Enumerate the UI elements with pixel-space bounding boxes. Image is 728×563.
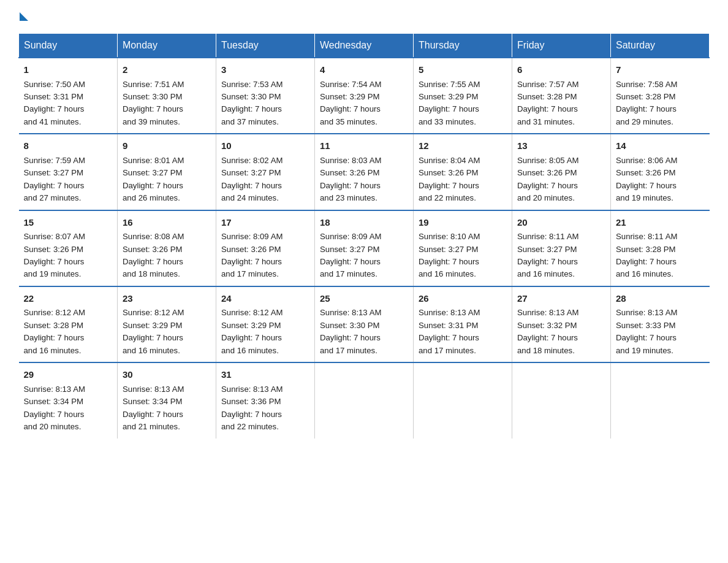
day-info: Sunrise: 8:04 AMSunset: 3:26 PMDaylight:… [419,155,507,205]
calendar-cell: 9Sunrise: 8:01 AMSunset: 3:27 PMDaylight… [118,134,216,210]
day-number: 8 [24,139,113,153]
calendar-cell: 15Sunrise: 8:07 AMSunset: 3:26 PMDayligh… [19,210,118,286]
calendar-cell: 18Sunrise: 8:09 AMSunset: 3:27 PMDayligh… [315,210,414,286]
header-day-wednesday: Wednesday [315,34,414,58]
logo [18,12,28,21]
calendar-cell: 17Sunrise: 8:09 AMSunset: 3:26 PMDayligh… [216,210,315,286]
header-day-tuesday: Tuesday [216,34,315,58]
day-info: Sunrise: 8:12 AMSunset: 3:29 PMDaylight:… [221,307,309,357]
logo-arrow-icon [20,12,28,21]
day-number: 13 [517,139,605,153]
day-info: Sunrise: 7:55 AMSunset: 3:29 PMDaylight:… [419,79,507,129]
calendar-header: SundayMondayTuesdayWednesdayThursdayFrid… [19,34,710,58]
calendar-cell: 19Sunrise: 8:10 AMSunset: 3:27 PMDayligh… [414,210,512,286]
day-number: 30 [123,368,211,382]
calendar-cell: 11Sunrise: 8:03 AMSunset: 3:26 PMDayligh… [315,134,414,210]
week-row-2: 8Sunrise: 7:59 AMSunset: 3:27 PMDaylight… [19,134,710,210]
day-info: Sunrise: 8:05 AMSunset: 3:26 PMDaylight:… [517,155,605,205]
day-info: Sunrise: 7:51 AMSunset: 3:30 PMDaylight:… [123,79,211,129]
calendar-cell: 22Sunrise: 8:12 AMSunset: 3:28 PMDayligh… [19,286,118,362]
day-number: 4 [320,63,408,77]
day-number: 7 [616,63,705,77]
day-number: 27 [517,292,605,306]
calendar-cell: 27Sunrise: 8:13 AMSunset: 3:32 PMDayligh… [512,286,611,362]
day-info: Sunrise: 8:01 AMSunset: 3:27 PMDaylight:… [123,155,211,205]
header-day-saturday: Saturday [611,34,710,58]
header-day-thursday: Thursday [414,34,512,58]
day-info: Sunrise: 8:13 AMSunset: 3:31 PMDaylight:… [419,307,507,357]
day-number: 22 [24,292,113,306]
day-info: Sunrise: 8:03 AMSunset: 3:26 PMDaylight:… [320,155,408,205]
day-number: 11 [320,139,408,153]
header-day-friday: Friday [512,34,611,58]
day-number: 14 [616,139,705,153]
calendar-body: 1Sunrise: 7:50 AMSunset: 3:31 PMDaylight… [19,58,710,439]
day-number: 25 [320,292,408,306]
day-info: Sunrise: 8:12 AMSunset: 3:28 PMDaylight:… [24,307,113,357]
day-number: 5 [419,63,507,77]
day-info: Sunrise: 8:13 AMSunset: 3:34 PMDaylight:… [24,383,113,434]
day-info: Sunrise: 8:02 AMSunset: 3:27 PMDaylight:… [221,155,309,205]
day-info: Sunrise: 7:58 AMSunset: 3:28 PMDaylight:… [616,79,705,129]
week-row-1: 1Sunrise: 7:50 AMSunset: 3:31 PMDaylight… [19,58,710,134]
day-info: Sunrise: 8:11 AMSunset: 3:28 PMDaylight:… [616,231,705,281]
calendar-cell [512,362,611,438]
calendar-cell: 25Sunrise: 8:13 AMSunset: 3:30 PMDayligh… [315,286,414,362]
day-number: 16 [123,216,211,230]
calendar-cell: 31Sunrise: 8:13 AMSunset: 3:36 PMDayligh… [216,362,315,438]
calendar-cell [315,362,414,438]
day-number: 9 [123,139,211,153]
calendar-cell: 24Sunrise: 8:12 AMSunset: 3:29 PMDayligh… [216,286,315,362]
week-row-4: 22Sunrise: 8:12 AMSunset: 3:28 PMDayligh… [19,286,710,362]
calendar-cell: 20Sunrise: 8:11 AMSunset: 3:27 PMDayligh… [512,210,611,286]
calendar-cell: 28Sunrise: 8:13 AMSunset: 3:33 PMDayligh… [611,286,710,362]
day-info: Sunrise: 8:09 AMSunset: 3:26 PMDaylight:… [221,231,309,281]
calendar-cell: 10Sunrise: 8:02 AMSunset: 3:27 PMDayligh… [216,134,315,210]
day-info: Sunrise: 7:59 AMSunset: 3:27 PMDaylight:… [24,155,113,205]
day-info: Sunrise: 8:07 AMSunset: 3:26 PMDaylight:… [24,231,113,281]
day-number: 2 [123,63,211,77]
day-number: 20 [517,216,605,230]
calendar-cell: 7Sunrise: 7:58 AMSunset: 3:28 PMDaylight… [611,58,710,134]
calendar-cell: 2Sunrise: 7:51 AMSunset: 3:30 PMDaylight… [118,58,216,134]
day-number: 29 [24,368,113,382]
day-info: Sunrise: 7:50 AMSunset: 3:31 PMDaylight:… [24,79,113,129]
day-number: 10 [221,139,309,153]
calendar-cell: 26Sunrise: 8:13 AMSunset: 3:31 PMDayligh… [414,286,512,362]
week-row-5: 29Sunrise: 8:13 AMSunset: 3:34 PMDayligh… [19,362,710,438]
day-number: 15 [24,216,113,230]
calendar-cell: 29Sunrise: 8:13 AMSunset: 3:34 PMDayligh… [19,362,118,438]
header-day-sunday: Sunday [19,34,118,58]
day-info: Sunrise: 8:10 AMSunset: 3:27 PMDaylight:… [419,231,507,281]
day-info: Sunrise: 7:53 AMSunset: 3:30 PMDaylight:… [221,79,309,129]
day-number: 26 [419,292,507,306]
day-number: 21 [616,216,705,230]
day-info: Sunrise: 8:11 AMSunset: 3:27 PMDaylight:… [517,231,605,281]
week-row-3: 15Sunrise: 8:07 AMSunset: 3:26 PMDayligh… [19,210,710,286]
calendar-cell: 5Sunrise: 7:55 AMSunset: 3:29 PMDaylight… [414,58,512,134]
day-info: Sunrise: 8:13 AMSunset: 3:33 PMDaylight:… [616,307,705,357]
day-number: 28 [616,292,705,306]
day-info: Sunrise: 8:13 AMSunset: 3:32 PMDaylight:… [517,307,605,357]
day-number: 18 [320,216,408,230]
calendar-cell: 8Sunrise: 7:59 AMSunset: 3:27 PMDaylight… [19,134,118,210]
day-number: 19 [419,216,507,230]
calendar-cell: 6Sunrise: 7:57 AMSunset: 3:28 PMDaylight… [512,58,611,134]
day-info: Sunrise: 8:09 AMSunset: 3:27 PMDaylight:… [320,231,408,281]
day-number: 6 [517,63,605,77]
calendar-cell [611,362,710,438]
calendar-table: SundayMondayTuesdayWednesdayThursdayFrid… [18,33,710,439]
calendar-cell: 3Sunrise: 7:53 AMSunset: 3:30 PMDaylight… [216,58,315,134]
day-number: 31 [221,368,309,382]
header-row: SundayMondayTuesdayWednesdayThursdayFrid… [19,34,710,58]
day-info: Sunrise: 7:54 AMSunset: 3:29 PMDaylight:… [320,79,408,129]
day-number: 1 [24,63,113,77]
day-info: Sunrise: 8:13 AMSunset: 3:36 PMDaylight:… [221,383,309,434]
header-day-monday: Monday [118,34,216,58]
calendar-cell: 23Sunrise: 8:12 AMSunset: 3:29 PMDayligh… [118,286,216,362]
calendar-cell: 21Sunrise: 8:11 AMSunset: 3:28 PMDayligh… [611,210,710,286]
day-number: 24 [221,292,309,306]
day-number: 17 [221,216,309,230]
calendar-cell: 16Sunrise: 8:08 AMSunset: 3:26 PMDayligh… [118,210,216,286]
day-info: Sunrise: 7:57 AMSunset: 3:28 PMDaylight:… [517,79,605,129]
